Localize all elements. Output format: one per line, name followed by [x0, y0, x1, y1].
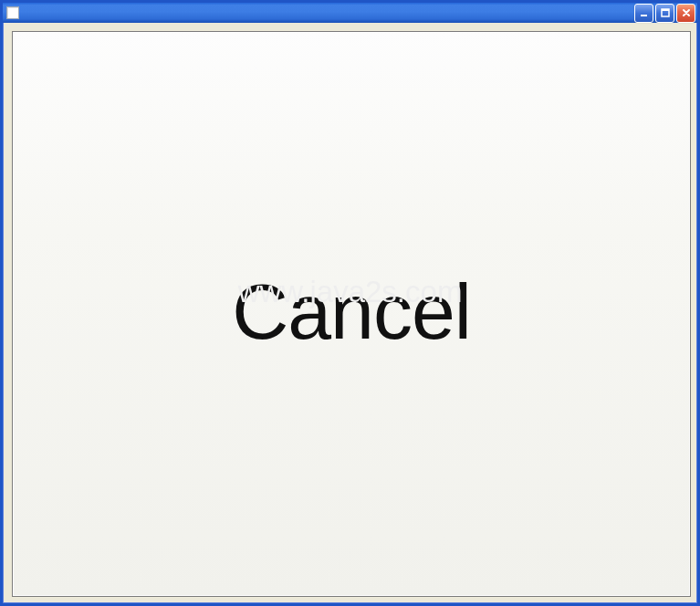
cancel-button-label: Cancel [232, 266, 471, 357]
svg-rect-0 [641, 15, 647, 16]
application-window: Cancel [0, 0, 700, 606]
app-icon [6, 6, 19, 19]
minimize-icon [639, 7, 650, 18]
svg-rect-2 [662, 9, 669, 11]
titlebar-left [6, 6, 23, 19]
titlebar[interactable] [3, 3, 697, 23]
maximize-icon [660, 7, 671, 18]
close-icon [681, 7, 692, 18]
close-button[interactable] [676, 4, 695, 23]
maximize-button[interactable] [655, 4, 674, 23]
minimize-button[interactable] [634, 4, 653, 23]
client-area: Cancel [12, 31, 691, 597]
cancel-button[interactable]: Cancel [13, 32, 690, 596]
titlebar-buttons [634, 4, 695, 23]
